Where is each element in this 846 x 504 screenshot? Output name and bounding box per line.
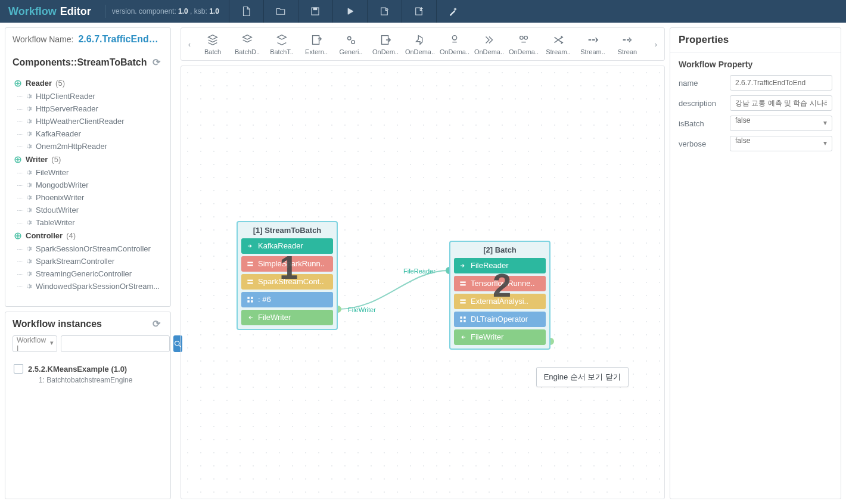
- toolbar-item[interactable]: Generi..: [334, 33, 368, 55]
- version-ksb: 1.0: [209, 7, 219, 15]
- workflow-name-value: 2.6.7.TrafficEndTo…: [78, 34, 163, 45]
- tree-leaf[interactable]: TableWriter: [10, 216, 170, 229]
- toolbar-next-button[interactable]: ›: [650, 40, 662, 49]
- svg-rect-21: [251, 297, 253, 299]
- toolbar-item[interactable]: Strean: [610, 33, 645, 55]
- prop-isbatch-select[interactable]: false: [730, 116, 832, 131]
- open-button[interactable]: [263, 0, 298, 23]
- component-tree[interactable]: Reader (5)HttpClientReaderHttpServerRead…: [5, 74, 170, 306]
- toolbar-item[interactable]: BatchT..: [265, 33, 299, 55]
- instances-filter-input[interactable]: [61, 335, 170, 352]
- magic-button[interactable]: [436, 0, 471, 23]
- node-row[interactable]: : #6: [241, 292, 333, 307]
- svg-rect-28: [460, 316, 462, 319]
- toolbar-item[interactable]: Stream..: [576, 33, 610, 55]
- divider: [105, 5, 106, 18]
- tree-category-label: Reader: [26, 79, 52, 88]
- topbar-buttons: [229, 0, 471, 23]
- toolbar-item-label: BatchD..: [235, 48, 260, 55]
- tree-leaf[interactable]: Onem2mHttpReader: [10, 140, 170, 153]
- instance-item[interactable]: 2.5.2.KMeansExample (1.0): [14, 364, 162, 374]
- export-button[interactable]: [367, 0, 402, 23]
- node-row[interactable]: KafkaReader: [241, 238, 333, 254]
- tree-leaf-label: HttpClientReader: [36, 92, 95, 101]
- node-row[interactable]: FileWriter: [454, 329, 546, 345]
- version-prefix: version. component:: [112, 7, 176, 15]
- tree-leaf[interactable]: HttpClientReader: [10, 90, 170, 102]
- version-component: 1.0: [178, 7, 188, 15]
- node-row[interactable]: FileReader: [454, 258, 546, 273]
- gear-icon: [24, 117, 32, 125]
- run-button[interactable]: [332, 0, 367, 23]
- node-row[interactable]: DLTrainOperator: [454, 312, 546, 327]
- prop-verbose-select[interactable]: false: [730, 136, 832, 151]
- workflow-name-panel: Workflow Name: 2.6.7.TrafficEndTo… Compo…: [5, 27, 171, 307]
- tree-category[interactable]: Controller (4): [10, 229, 170, 242]
- prop-description-input[interactable]: [730, 95, 832, 111]
- tree-leaf[interactable]: FileWriter: [10, 166, 170, 179]
- tree-leaf-label: PhoenixWriter: [36, 193, 84, 202]
- toolbar-item[interactable]: Batch: [195, 33, 230, 55]
- expand-icon[interactable]: [14, 232, 22, 240]
- gear-icon: [24, 194, 32, 201]
- tree-leaf[interactable]: HttpServerReader: [10, 102, 170, 115]
- node-row[interactable]: FileWriter: [241, 310, 333, 325]
- tree-category[interactable]: Reader (5): [10, 76, 170, 90]
- toolbar-item[interactable]: BatchD..: [230, 33, 265, 55]
- tree-leaf[interactable]: StdoutWriter: [10, 204, 170, 216]
- toolbar-item-label: Extern..: [305, 48, 328, 55]
- node-row-label: FileWriter: [258, 310, 291, 325]
- toolbar-item[interactable]: OnDema..: [472, 33, 506, 55]
- tree-leaf[interactable]: MongodbWriter: [10, 179, 170, 191]
- tree-leaf[interactable]: WindowedSparkSessionOrStream...: [10, 280, 170, 293]
- gear-icon: [24, 130, 32, 138]
- svg-point-10: [452, 35, 456, 39]
- save-button[interactable]: [298, 0, 332, 23]
- toolbar-item[interactable]: OnDem..: [368, 33, 403, 55]
- tree-leaf[interactable]: HttpWeatherClientReader: [10, 115, 170, 127]
- node-stream-to-batch[interactable]: [1] StreamToBatch KafkaReaderSimpleSpark…: [237, 221, 338, 330]
- toolbar-item[interactable]: OnDema..: [403, 33, 437, 55]
- svg-rect-17: [247, 265, 253, 266]
- tree-leaf[interactable]: SparkStreamController: [10, 255, 170, 267]
- expand-icon[interactable]: [14, 79, 22, 88]
- prop-name-input[interactable]: [730, 75, 832, 91]
- instances-filter-select[interactable]: Workflow I: [13, 335, 57, 352]
- toolbar-item[interactable]: Extern..: [299, 33, 334, 55]
- tree-leaf[interactable]: PhoenixWriter: [10, 191, 170, 204]
- gear-icon: [24, 257, 32, 265]
- node-row[interactable]: SimpleSparkRunn..: [241, 256, 333, 272]
- share-button[interactable]: [402, 0, 436, 23]
- engine-order-close-button[interactable]: Engine 순서 보기 닫기: [536, 367, 629, 387]
- toolbar-prev-button[interactable]: ‹: [183, 40, 195, 49]
- node-batch[interactable]: [2] Batch FileReaderTensorflowRunne..Ext…: [449, 241, 550, 350]
- node-row-label: DLTrainOperator: [471, 312, 528, 327]
- instance-sub-label[interactable]: 1: BatchtobatchstreamEngine: [14, 376, 162, 384]
- brand-word-b: Editor: [60, 5, 91, 18]
- node-row[interactable]: SparkStreamCont..: [241, 274, 333, 290]
- workflow-canvas[interactable]: FileWriter FileReader [1] StreamToBatch …: [181, 66, 665, 499]
- tree-leaf[interactable]: KafkaReader: [10, 127, 170, 140]
- refresh-icon[interactable]: ⟳: [153, 57, 163, 68]
- tree-leaf-label: KafkaReader: [36, 129, 81, 138]
- refresh-icon[interactable]: ⟳: [153, 318, 163, 329]
- toolbar-item[interactable]: OnDema..: [437, 33, 472, 55]
- node-row-label: TensorflowRunne..: [471, 276, 535, 291]
- tree-leaf-label: StreamingGenericController: [36, 269, 132, 278]
- tree-leaf[interactable]: StreamingGenericController: [10, 267, 170, 280]
- tree-leaf-label: FileWriter: [36, 168, 69, 177]
- gear-icon: [24, 92, 32, 100]
- expand-icon[interactable]: [14, 155, 22, 164]
- gear-icon: [24, 181, 32, 189]
- node-title: [1] StreamToBatch: [241, 226, 333, 235]
- toolbar-item-label: OnDema..: [509, 48, 539, 55]
- tree-category[interactable]: Writer (5): [10, 153, 170, 166]
- workflow-name-label: Workflow Name:: [13, 35, 73, 44]
- new-file-button[interactable]: [229, 0, 263, 23]
- toolbar-item[interactable]: Stream..: [541, 33, 576, 55]
- tree-leaf-label: TableWriter: [36, 218, 75, 227]
- node-row[interactable]: TensorflowRunne..: [454, 276, 546, 291]
- tree-leaf[interactable]: SparkSessionOrStreamController: [10, 242, 170, 255]
- node-row[interactable]: ExternalAnalysi..: [454, 294, 546, 309]
- toolbar-item[interactable]: OnDema..: [506, 33, 541, 55]
